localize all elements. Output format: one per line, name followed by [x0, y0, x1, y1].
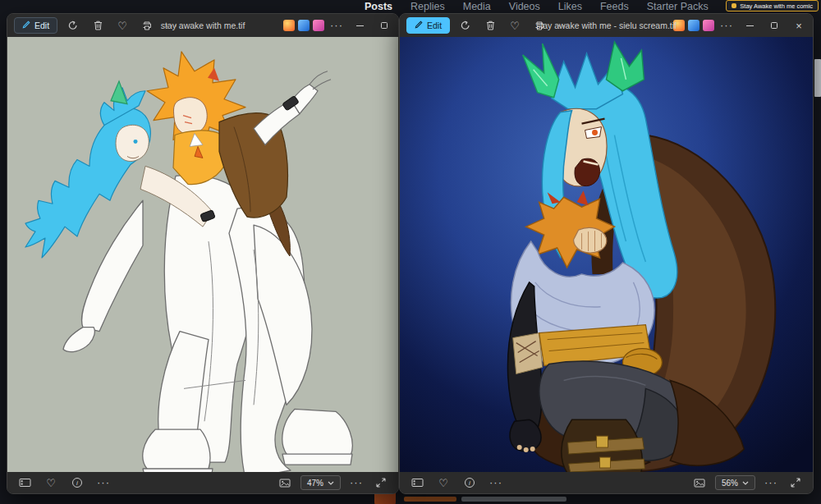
image-canvas-colored[interactable]: [400, 37, 813, 472]
lineart-artwork: [7, 37, 398, 472]
image-fit-icon[interactable]: [276, 474, 294, 492]
more-icon[interactable]: ···: [762, 474, 780, 492]
fullscreen-icon[interactable]: [372, 474, 390, 492]
feed-text-fragment: [404, 497, 456, 502]
heart-glyph: ♡: [117, 21, 127, 31]
favorite-icon[interactable]: ♡: [42, 474, 60, 492]
chevron-down-icon: [742, 481, 749, 485]
zoom-value: 56%: [722, 479, 738, 488]
chevron-down-icon: [328, 481, 334, 485]
maximize-button[interactable]: [374, 16, 395, 35]
zoom-value: 47%: [307, 479, 323, 488]
tab-videos[interactable]: Videos: [509, 1, 540, 14]
titlebar: Edit ♡ ··· stay awake with me - sie: [400, 14, 813, 37]
maximize-icon: [381, 22, 388, 29]
bottom-toolbar: ♡ i ··· 47% ···: [7, 472, 398, 493]
image-canvas-lineart[interactable]: [7, 37, 398, 472]
edit-button[interactable]: Edit: [406, 17, 450, 34]
open-with-app-icon-pink[interactable]: [703, 20, 714, 31]
bottom-toolbar: ♡ i ··· 56% ···: [400, 472, 813, 493]
more-icon[interactable]: ···: [487, 474, 505, 492]
photos-window-left: Edit ♡ ··· stay awake with me.tif: [7, 13, 399, 494]
open-with-app-icon-orange[interactable]: [283, 20, 295, 31]
tab-feeds[interactable]: Feeds: [600, 1, 629, 14]
close-icon: ×: [796, 21, 802, 31]
more-glyph: ···: [97, 479, 110, 487]
more-glyph: ···: [557, 21, 571, 30]
notification-icon: [732, 3, 736, 8]
more-glyph: ···: [764, 479, 777, 487]
info-glyph: i: [72, 478, 82, 488]
open-with-app-icon-blue[interactable]: [688, 20, 699, 31]
notification-text: Stay Awake with me comic: [740, 2, 813, 10]
favorite-icon[interactable]: ♡: [113, 16, 131, 34]
delete-icon[interactable]: [89, 16, 107, 34]
minimize-button[interactable]: [739, 16, 760, 35]
filmstrip-icon[interactable]: [16, 474, 34, 492]
favorite-icon[interactable]: ♡: [506, 16, 524, 34]
rotate-icon[interactable]: [456, 16, 475, 34]
open-with-app-icon-blue[interactable]: [298, 20, 310, 31]
more-glyph: ···: [330, 21, 343, 30]
info-icon[interactable]: i: [461, 474, 479, 492]
heart-glyph: ♡: [46, 478, 56, 488]
more-glyph: ···: [489, 479, 502, 487]
more-icon[interactable]: ···: [555, 16, 573, 34]
print-icon[interactable]: [138, 16, 156, 34]
background-post-thumbnail[interactable]: [814, 59, 821, 97]
maximize-button[interactable]: [764, 16, 785, 35]
minimize-icon: [746, 25, 754, 26]
photos-window-right: Edit ♡ ··· stay awake with me - sie: [399, 13, 814, 494]
edit-pencil-icon: [22, 21, 30, 30]
edit-button-label: Edit: [34, 21, 49, 30]
heart-glyph: ♡: [510, 21, 520, 31]
info-glyph: i: [465, 478, 475, 488]
open-with-app-icon-pink[interactable]: [313, 20, 324, 31]
tab-posts[interactable]: Posts: [365, 1, 392, 14]
zoom-control[interactable]: 56%: [715, 475, 755, 490]
edit-button-label: Edit: [427, 21, 442, 30]
more-icon[interactable]: ···: [718, 16, 736, 34]
tab-starter-packs[interactable]: Starter Packs: [647, 1, 709, 14]
open-with-app-icon-orange[interactable]: [673, 20, 685, 31]
close-button[interactable]: ×: [788, 16, 810, 35]
more-icon[interactable]: ···: [163, 16, 181, 34]
delete-icon[interactable]: [481, 16, 499, 34]
more-icon[interactable]: ···: [328, 16, 346, 34]
feed-text-fragment: [461, 497, 566, 502]
maximize-icon: [771, 22, 777, 29]
tab-replies[interactable]: Replies: [410, 1, 445, 14]
more-glyph: ···: [720, 21, 733, 30]
more-icon[interactable]: ···: [94, 474, 112, 492]
edit-button[interactable]: Edit: [14, 17, 57, 34]
tab-media[interactable]: Media: [463, 1, 491, 14]
image-fit-icon[interactable]: [690, 474, 709, 492]
favorite-icon[interactable]: ♡: [434, 474, 452, 492]
more-icon[interactable]: ···: [347, 474, 365, 492]
profile-tab-bar: Posts Replies Media Videos Likes Feeds S…: [365, 0, 742, 14]
heart-glyph: ♡: [438, 478, 448, 488]
minimize-button[interactable]: [349, 16, 370, 35]
colored-artwork: [400, 37, 813, 472]
filmstrip-icon[interactable]: [408, 474, 426, 492]
print-icon[interactable]: [530, 16, 548, 34]
minimize-icon: [356, 25, 364, 26]
titlebar: Edit ♡ ··· stay awake with me.tif: [7, 14, 398, 37]
info-icon[interactable]: i: [68, 474, 86, 492]
edit-pencil-icon: [415, 21, 423, 30]
more-glyph: ···: [350, 479, 363, 487]
zoom-control[interactable]: 47%: [300, 475, 341, 490]
more-glyph: ···: [165, 21, 178, 30]
notification-popup[interactable]: Stay Awake with me comic: [726, 0, 819, 11]
desktop: Posts Replies Media Videos Likes Feeds S…: [0, 0, 821, 504]
tab-likes[interactable]: Likes: [558, 1, 582, 14]
rotate-icon[interactable]: [64, 16, 82, 34]
fullscreen-icon[interactable]: [787, 474, 805, 492]
